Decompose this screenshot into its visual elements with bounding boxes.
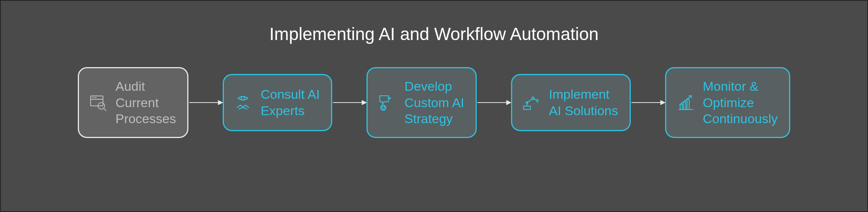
svg-line-5 <box>104 108 106 111</box>
step-label: Develop Custom AI Strategy <box>404 78 464 127</box>
step-consult: Consult AI Experts <box>223 74 332 131</box>
arrow-icon <box>631 97 665 108</box>
step-audit: Audit Current Processes <box>78 67 189 138</box>
implement-icon <box>521 92 542 113</box>
svg-rect-27 <box>680 104 682 109</box>
svg-marker-10 <box>362 100 366 105</box>
strategy-icon <box>376 92 397 113</box>
arrow-icon <box>332 97 366 108</box>
workflow-row: Audit Current Processes Consult AI Exper… <box>16 67 852 138</box>
monitor-icon <box>675 92 696 113</box>
arrow-icon <box>188 97 223 108</box>
step-monitor: Monitor & Optimize Continuously <box>665 67 791 138</box>
step-label: Monitor & Optimize Continuously <box>703 78 778 127</box>
svg-marker-17 <box>506 100 511 105</box>
step-develop: Develop Custom AI Strategy <box>366 67 477 138</box>
svg-rect-28 <box>683 102 686 109</box>
arrow-icon <box>477 97 511 108</box>
step-label: Implement AI Solutions <box>549 86 618 119</box>
diagram-canvas: Implementing AI and Workflow Automation … <box>0 0 868 212</box>
svg-marker-25 <box>661 100 665 105</box>
diagram-title: Implementing AI and Workflow Automation <box>269 24 598 44</box>
step-implement: Implement AI Solutions <box>511 74 630 131</box>
svg-rect-18 <box>524 106 530 109</box>
svg-point-14 <box>382 106 383 107</box>
svg-rect-29 <box>687 99 689 109</box>
step-label: Audit Current Processes <box>116 78 176 127</box>
consult-icon <box>232 92 254 113</box>
step-label: Consult AI Experts <box>260 86 320 119</box>
audit-icon <box>87 92 109 113</box>
svg-marker-7 <box>218 100 223 105</box>
svg-point-15 <box>384 106 385 107</box>
